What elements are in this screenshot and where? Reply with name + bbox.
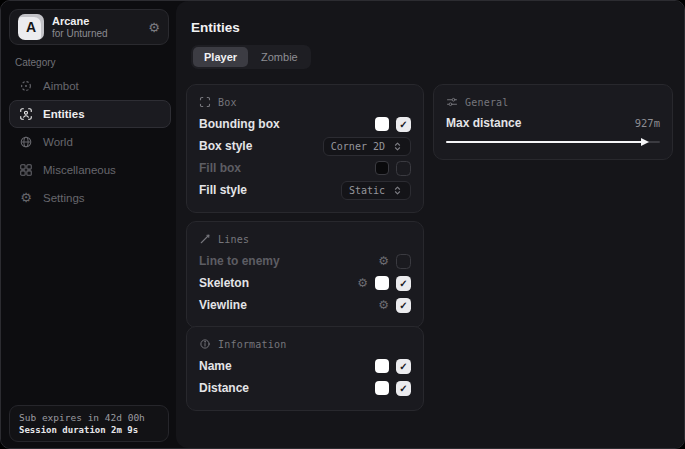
section-title: General [465, 97, 509, 108]
sidebar-item-world[interactable]: World [9, 128, 171, 156]
line-settings-gear-icon[interactable]: ⚙ [378, 255, 389, 267]
fill-box-checkbox[interactable] [396, 161, 411, 176]
category-label: Category [15, 57, 56, 68]
max-distance-value: 927m [635, 117, 660, 129]
row-fill-box: Fill box [199, 157, 411, 179]
brand-gear-icon[interactable]: ⚙ [148, 21, 160, 34]
app-subtitle: for Unturned [52, 28, 140, 40]
scan-person-icon [19, 107, 33, 121]
row-distance: Distance [199, 377, 411, 399]
sidebar-nav: Aimbot Entities World [9, 72, 171, 212]
sidebar: A Arcane for Unturned ⚙ Category Aimbot [1, 1, 176, 448]
app-window: A Arcane for Unturned ⚙ Category Aimbot [0, 0, 685, 449]
info-icon [199, 338, 211, 350]
sub-expiry-text: Sub expires in 42d 00h [19, 412, 159, 423]
globe-icon [19, 135, 33, 149]
bounding-box-checkbox[interactable] [396, 117, 411, 132]
unfold-icon [392, 185, 403, 196]
distance-checkbox[interactable] [396, 381, 411, 396]
sidebar-item-label: Settings [43, 192, 85, 204]
tab-zombie[interactable]: Zombie [250, 47, 309, 67]
row-box-style: Box style Corner 2D [199, 135, 411, 157]
row-line-to-enemy: Line to enemy ⚙ [199, 250, 411, 272]
app-logo: A [18, 14, 44, 40]
sidebar-item-label: World [43, 136, 73, 148]
box-corners-icon [199, 96, 211, 108]
skeleton-settings-gear-icon[interactable]: ⚙ [357, 277, 368, 289]
lines-section: Lines Line to enemy ⚙ Skeleton ⚙ Viewlin… [186, 221, 424, 328]
row-viewline: Viewline ⚙ [199, 294, 411, 316]
section-title: Information [218, 339, 286, 350]
sidebar-item-label: Entities [43, 108, 85, 120]
sidebar-item-label: Miscellaneous [43, 164, 116, 176]
line-icon [199, 233, 211, 245]
skeleton-checkbox[interactable] [396, 276, 411, 291]
unfold-icon [392, 141, 403, 152]
brand-card: A Arcane for Unturned ⚙ [9, 9, 169, 45]
row-max-distance: Max distance 927m [446, 113, 660, 133]
max-distance-slider[interactable] [446, 136, 660, 148]
sidebar-item-entities[interactable]: Entities [9, 100, 171, 128]
page-title: Entities [191, 20, 240, 35]
row-bounding-box: Bounding box [199, 113, 411, 135]
app-name: Arcane [52, 15, 140, 28]
sidebar-item-aimbot[interactable]: Aimbot [9, 72, 171, 100]
row-skeleton: Skeleton ⚙ [199, 272, 411, 294]
slider-thumb[interactable] [641, 138, 649, 146]
information-section: Information Name Distance [186, 326, 424, 411]
tab-player[interactable]: Player [193, 47, 248, 67]
section-title: Box [218, 97, 237, 108]
section-title: Lines [218, 234, 249, 245]
gear-icon: ⚙ [19, 191, 33, 205]
main-panel: Entities Player Zombie Box Bounding box [176, 1, 684, 448]
color-swatch[interactable] [375, 117, 389, 131]
crosshair-icon [19, 79, 33, 93]
row-name: Name [199, 355, 411, 377]
color-swatch[interactable] [375, 381, 389, 395]
viewline-settings-gear-icon[interactable]: ⚙ [378, 299, 389, 311]
grid-icon [19, 163, 33, 177]
line-to-enemy-checkbox[interactable] [396, 254, 411, 269]
session-duration-text: Session duration 2m 9s [19, 425, 159, 435]
viewline-checkbox[interactable] [396, 298, 411, 313]
subscription-card: Sub expires in 42d 00h Session duration … [9, 405, 169, 442]
color-swatch[interactable] [375, 276, 389, 290]
sidebar-item-miscellaneous[interactable]: Miscellaneous [9, 156, 171, 184]
box-section: Box Bounding box Box style Corner 2D [186, 84, 424, 213]
color-swatch[interactable] [375, 359, 389, 373]
sidebar-item-label: Aimbot [43, 80, 79, 92]
row-fill-style: Fill style Static [199, 179, 411, 201]
sliders-icon [446, 96, 458, 108]
box-style-dropdown[interactable]: Corner 2D [323, 137, 411, 156]
sidebar-item-settings[interactable]: ⚙ Settings [9, 184, 171, 212]
fill-style-dropdown[interactable]: Static [341, 181, 411, 200]
color-swatch[interactable] [375, 161, 389, 175]
general-section: General Max distance 927m [433, 84, 673, 160]
name-checkbox[interactable] [396, 359, 411, 374]
entity-tabs: Player Zombie [191, 45, 311, 69]
